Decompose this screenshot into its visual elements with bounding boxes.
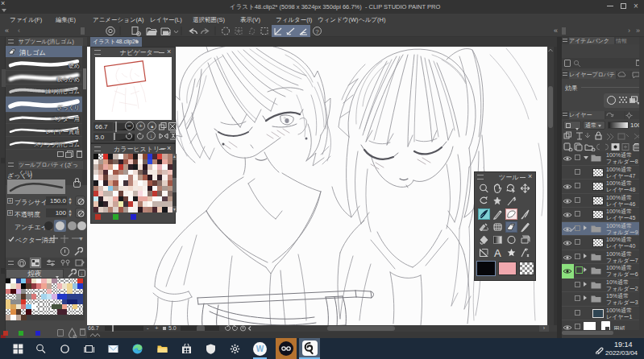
svg-text:A: A xyxy=(494,247,501,258)
